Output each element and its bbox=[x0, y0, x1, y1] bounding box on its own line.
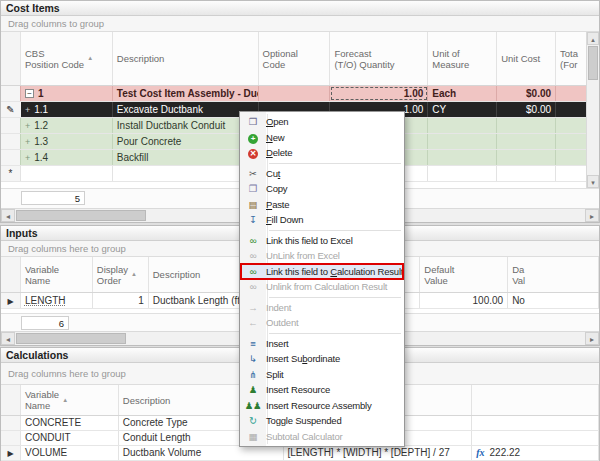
cost-items-vertical-scrollbar[interactable] bbox=[586, 32, 599, 188]
scroll-right-arrow-icon[interactable] bbox=[585, 209, 599, 222]
menu-item-open[interactable]: ❒Open bbox=[240, 114, 404, 130]
column-header-variable-name[interactable]: Variable Name▲ bbox=[21, 385, 119, 415]
cell-cbs-position-code[interactable]: +1.2 bbox=[21, 118, 113, 133]
cell-unit-of-measure[interactable] bbox=[428, 134, 497, 149]
horizontal-scroll-thumb[interactable] bbox=[16, 210, 146, 221]
scroll-down-arrow-icon[interactable] bbox=[587, 175, 599, 188]
cell-cbs-position-code[interactable]: +1.3 bbox=[21, 134, 113, 149]
cell-forecast-quantity[interactable]: 1.00 bbox=[330, 86, 428, 101]
cost-items-group-drop-zone[interactable]: Drag columns to group bbox=[1, 16, 599, 32]
menu-item-toggle-suspended[interactable]: ↻Toggle Suspended bbox=[240, 413, 404, 429]
menu-item-insert-resource[interactable]: ♟Insert Resource bbox=[240, 382, 404, 398]
cell-variable-name[interactable]: CONCRETE bbox=[21, 416, 119, 430]
column-header-optional-code[interactable]: Optional Code bbox=[259, 32, 331, 85]
cell-unit-cost[interactable] bbox=[497, 150, 556, 165]
result-value: 222.22 bbox=[490, 447, 521, 458]
cell-variable-name-text: VOLUME bbox=[25, 447, 67, 458]
column-header-cbs-position-code[interactable]: CBS Position Code▲ bbox=[21, 32, 113, 85]
cell-default-value[interactable]: 100.00 bbox=[420, 293, 508, 308]
collapse-box-icon[interactable]: − bbox=[25, 89, 34, 98]
cell-formula-text: [LENGTH] * [WIDTH] * [DEPTH] / 27 bbox=[288, 447, 450, 458]
menu-item-indent[interactable]: →Indent bbox=[240, 300, 404, 316]
cell-result[interactable]: fx222.22 bbox=[472, 446, 599, 460]
menu-item-link-this-field-to-calculation-result[interactable]: ∞Link this field to Calculation Result bbox=[240, 264, 404, 280]
cell-unit-cost[interactable] bbox=[497, 166, 556, 181]
expand-plus-icon[interactable]: + bbox=[25, 103, 30, 117]
column-header-variable-name[interactable]: Variable Name bbox=[21, 257, 93, 292]
cell-unit-of-measure-text: Each bbox=[432, 88, 456, 99]
column-header-unit-of-measure[interactable]: Unit of Measure bbox=[428, 32, 497, 85]
column-header-blank[interactable] bbox=[472, 385, 599, 415]
unlink-calc-icon: ∞ bbox=[240, 279, 266, 294]
cell-description[interactable] bbox=[113, 166, 259, 181]
cell-description[interactable]: Pour Concrete bbox=[113, 134, 259, 149]
expand-plus-icon[interactable]: + bbox=[25, 151, 30, 165]
cell-description[interactable]: Ductbank Volume bbox=[119, 446, 284, 460]
cell-variable-name[interactable]: CONDUIT bbox=[21, 431, 119, 445]
link-excel-icon: ∞ bbox=[240, 233, 266, 248]
cell-description[interactable]: Excavate Ductbank bbox=[113, 102, 259, 117]
menu-item-unlink-from-excel[interactable]: ∞UnLink from Excel bbox=[240, 248, 404, 264]
column-header-forecast-t-o-quantity[interactable]: Forecast (T/O) Quantity bbox=[330, 32, 428, 85]
cell-display-order[interactable]: 1 bbox=[93, 293, 149, 308]
column-header-unit-cost[interactable]: Unit Cost bbox=[497, 32, 556, 85]
menu-item-link-this-field-to-excel[interactable]: ∞Link this field to Excel bbox=[240, 233, 404, 249]
column-header-default-value[interactable]: Default Value bbox=[420, 257, 508, 292]
menu-item-insert[interactable]: ≡Insert bbox=[240, 336, 404, 352]
delete-icon: ✕ bbox=[248, 149, 258, 159]
cell-unit-cost[interactable]: $0.00 bbox=[497, 86, 556, 101]
menu-item-copy[interactable]: ❐Copy bbox=[240, 181, 404, 197]
menu-item-delete[interactable]: ✕Delete bbox=[240, 145, 404, 161]
column-header-description[interactable]: Description bbox=[113, 32, 259, 85]
scroll-right-arrow-icon[interactable] bbox=[585, 332, 599, 345]
vertical-scroll-thumb[interactable] bbox=[588, 46, 598, 80]
open-icon: ❒ bbox=[240, 114, 266, 129]
menu-item-label: Link this field to Excel bbox=[266, 235, 353, 246]
cell-unit-cost[interactable] bbox=[497, 118, 556, 133]
scroll-left-arrow-icon[interactable] bbox=[1, 209, 15, 222]
cell-data-validation[interactable]: No bbox=[508, 293, 599, 308]
menu-item-new[interactable]: +New bbox=[240, 130, 404, 146]
cell-unit-of-measure[interactable] bbox=[428, 166, 497, 181]
cell-unit-of-measure[interactable] bbox=[428, 118, 497, 133]
menu-item-insert-resource-assembly[interactable]: ♟♟Insert Resource Assembly bbox=[240, 398, 404, 414]
menu-item-split[interactable]: ⋔Split bbox=[240, 367, 404, 383]
cost-item-row-1[interactable]: −1Test Cost Item Assembly - Ductbank1.00… bbox=[1, 86, 599, 102]
cell-result[interactable] bbox=[472, 431, 599, 445]
calculation-row-volume[interactable]: ▶VOLUMEDuctbank Volume[LENGTH] * [WIDTH]… bbox=[1, 446, 599, 461]
row-indicator-cell bbox=[1, 431, 21, 445]
cell-optional-code[interactable] bbox=[259, 86, 331, 101]
expand-plus-icon[interactable]: + bbox=[25, 135, 30, 149]
cell-description-text: Ductbank Length (ft) bbox=[153, 295, 244, 306]
cell-unit-of-measure[interactable]: CY bbox=[428, 102, 497, 117]
menu-item-cut[interactable]: ✂Cut bbox=[240, 166, 404, 182]
column-header-da-val[interactable]: Da Val bbox=[508, 257, 599, 292]
cell-cbs-position-code[interactable]: −1 bbox=[21, 86, 113, 101]
cell-formula[interactable]: [LENGTH] * [WIDTH] * [DEPTH] / 27 bbox=[284, 446, 473, 460]
menu-item-subtotal-calculator[interactable]: ▦Subtotal Calculator bbox=[240, 429, 404, 445]
cell-unit-of-measure[interactable] bbox=[428, 150, 497, 165]
cell-description[interactable]: Install Ductbank Conduit bbox=[113, 118, 259, 133]
scroll-up-arrow-icon[interactable] bbox=[587, 32, 599, 45]
cell-unit-cost[interactable] bbox=[497, 134, 556, 149]
cell-result[interactable] bbox=[472, 416, 599, 430]
cell-cbs-position-code[interactable] bbox=[21, 166, 113, 181]
cell-description[interactable]: Backfill bbox=[113, 150, 259, 165]
horizontal-scroll-thumb[interactable] bbox=[16, 333, 126, 344]
menu-item-paste[interactable]: ▤Paste bbox=[240, 197, 404, 213]
cell-cbs-position-code[interactable]: +1.1 bbox=[21, 102, 113, 117]
cell-cbs-position-code[interactable]: +1.4 bbox=[21, 150, 113, 165]
menu-item-insert-subordinate[interactable]: ↳Insert Subordinate bbox=[240, 351, 404, 367]
cell-unit-cost[interactable]: $0.00 bbox=[497, 102, 556, 117]
scroll-left-arrow-icon[interactable] bbox=[1, 332, 15, 345]
expand-plus-icon[interactable]: + bbox=[25, 119, 30, 133]
menu-item-fill-down[interactable]: ↧Fill Down bbox=[240, 212, 404, 228]
cell-variable-name[interactable]: LENGTH bbox=[21, 293, 93, 308]
cell-unit-of-measure[interactable]: Each bbox=[428, 86, 497, 101]
column-header-display-order[interactable]: Display Order▲ bbox=[93, 257, 149, 292]
cell-variable-name[interactable]: VOLUME bbox=[21, 446, 119, 460]
menu-item-outdent[interactable]: ←Outdent bbox=[240, 315, 404, 331]
menu-item-unlink-from-calculation-result[interactable]: ∞Unlink from Calculation Result bbox=[240, 279, 404, 295]
menu-item-label: Split bbox=[266, 369, 283, 380]
cell-description[interactable]: Test Cost Item Assembly - Ductbank bbox=[113, 86, 259, 101]
